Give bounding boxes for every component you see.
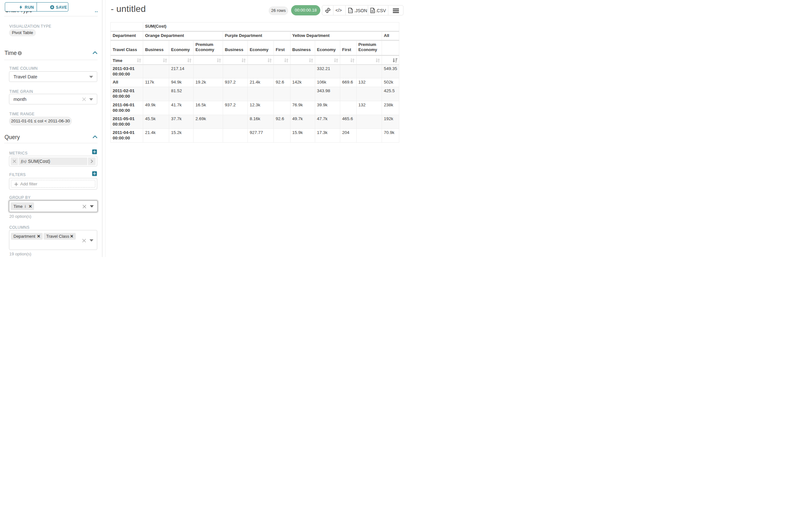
svg-text:</>: </>	[349, 10, 352, 12]
